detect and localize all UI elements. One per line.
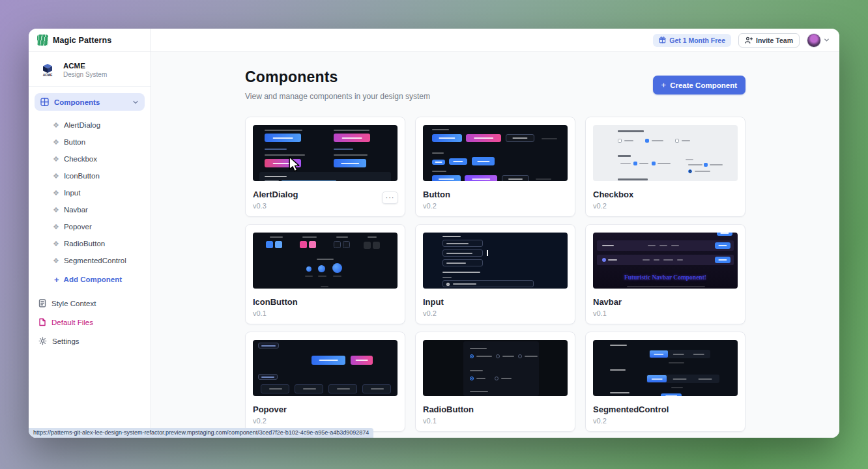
sidebar-item-input[interactable]: ❖Input	[29, 184, 151, 201]
sidebar-item-label: Settings	[52, 337, 80, 345]
top-bar: Magic Patterns Get 1 Month Free Invite T…	[29, 29, 839, 52]
alertdialog-thumbnail	[253, 125, 398, 181]
sidebar-item-label: Input	[64, 189, 81, 197]
create-component-label: Create Component	[670, 81, 737, 89]
card-name: SegmentedControl	[593, 405, 738, 414]
input-thumbnail	[423, 233, 568, 289]
sidebar-item-label: Popover	[64, 223, 92, 231]
component-icon: ❖	[53, 223, 59, 231]
card-version: v0.2	[423, 309, 568, 317]
card-navbar[interactable]: Futuristic Navbar Component! Navbar v0.1	[585, 224, 745, 324]
invite-team-label: Invite Team	[756, 36, 793, 44]
card-version: v0.1	[593, 309, 738, 317]
sidebar-item-label: Checkbox	[64, 155, 97, 163]
card-alertdialog[interactable]: AlertDialog v0.3 ···	[245, 117, 405, 217]
sidebar-item-label: AlertDialog	[64, 121, 100, 129]
card-name: Navbar	[593, 297, 738, 307]
sidebar-item-popover[interactable]: ❖Popover	[29, 218, 151, 235]
plus-icon: +	[661, 80, 667, 90]
sidebar-item-label: IconButton	[64, 172, 100, 180]
component-icon: ❖	[53, 156, 59, 163]
page-title: Components	[245, 68, 430, 86]
component-icon: ❖	[53, 206, 59, 214]
card-menu-button[interactable]: ···	[382, 192, 398, 204]
workspace-name: ACME	[63, 62, 107, 70]
gear-icon	[38, 337, 47, 345]
gift-icon	[659, 36, 666, 44]
card-popover[interactable]: Popover v0.2	[245, 332, 405, 432]
sidebar-section-components[interactable]: Components	[35, 93, 145, 111]
card-button[interactable]: Button v0.2	[415, 117, 575, 217]
sidebar-item-segmentedcontrol[interactable]: ❖SegmentedControl	[29, 252, 151, 269]
sidebar-item-label: RadioButton	[64, 240, 105, 248]
sidebar-item-label: Navbar	[64, 206, 88, 214]
card-version: v0.2	[593, 202, 738, 210]
iconbutton-thumbnail	[253, 233, 398, 289]
card-version: v0.1	[253, 309, 398, 317]
app-window: Magic Patterns Get 1 Month Free Invite T…	[29, 29, 839, 438]
component-nav-list: ❖AlertDialog ❖Button ❖Checkbox ❖IconButt…	[29, 117, 151, 289]
document-icon	[38, 299, 46, 307]
card-name: Button	[423, 190, 568, 199]
sidebar-item-default-files[interactable]: Default Files	[29, 313, 151, 332]
card-version: v0.2	[253, 417, 398, 425]
chevron-down-icon	[824, 37, 830, 43]
sidebar-item-navbar[interactable]: ❖Navbar	[29, 201, 151, 218]
card-radiobutton[interactable]: RadioButton v0.1	[415, 332, 575, 432]
get-month-free-button[interactable]: Get 1 Month Free	[653, 34, 731, 47]
chevron-down-icon[interactable]	[132, 99, 139, 106]
sidebar-footer: Style Context Default Files Settings	[29, 294, 151, 350]
account-menu[interactable]	[807, 33, 830, 48]
radiobutton-thumbnail	[423, 340, 568, 396]
checkbox-thumbnail	[593, 125, 738, 181]
card-version: v0.1	[423, 417, 568, 425]
card-checkbox[interactable]: Checkbox v0.2	[585, 117, 745, 217]
sidebar-item-style-context[interactable]: Style Context	[29, 294, 151, 313]
sidebar-item-iconbutton[interactable]: ❖IconButton	[29, 167, 151, 184]
person-plus-icon	[745, 36, 753, 44]
card-name: Input	[423, 297, 568, 307]
component-icon: ❖	[53, 240, 59, 248]
sidebar-divider	[29, 86, 151, 87]
add-component-button[interactable]: + Add Component	[29, 270, 151, 289]
navbar-thumbnail: Futuristic Navbar Component!	[593, 233, 738, 289]
card-name: Popover	[253, 405, 398, 414]
brand-area: Magic Patterns	[29, 29, 151, 51]
mouse-cursor	[287, 156, 302, 175]
invite-team-button[interactable]: Invite Team	[738, 33, 800, 48]
card-iconbutton[interactable]: IconButton v0.1	[245, 224, 405, 324]
sidebar-item-checkbox[interactable]: ❖Checkbox	[29, 150, 151, 167]
card-segmentedcontrol[interactable]: SegmentedControl v0.2	[585, 332, 745, 432]
sidebar-item-button[interactable]: ❖Button	[29, 134, 151, 150]
sidebar-item-label: SegmentedControl	[64, 257, 126, 264]
get-month-free-label: Get 1 Month Free	[669, 36, 725, 44]
sidebar-item-alertdialog[interactable]: ❖AlertDialog	[29, 117, 151, 134]
brand-name: Magic Patterns	[53, 36, 111, 45]
card-input[interactable]: Input v0.2	[415, 224, 575, 324]
page-subtitle: View and manage components in your desig…	[245, 92, 430, 101]
component-icon: ❖	[53, 173, 59, 180]
popover-thumbnail	[253, 340, 398, 396]
component-grid: AlertDialog v0.3 ···	[245, 117, 745, 432]
topbar-actions: Get 1 Month Free Invite Team	[151, 29, 839, 51]
components-section-label: Components	[54, 98, 127, 106]
sidebar-item-label: Default Files	[51, 319, 93, 326]
card-version: v0.2	[593, 417, 738, 425]
card-name: IconButton	[253, 297, 398, 307]
sidebar-item-settings[interactable]: Settings	[29, 332, 151, 350]
card-name: AlertDialog	[253, 190, 398, 199]
svg-text:ACME: ACME	[43, 73, 53, 77]
sidebar-item-radiobutton[interactable]: ❖RadioButton	[29, 235, 151, 252]
segmentedcontrol-thumbnail	[593, 340, 738, 396]
create-component-button[interactable]: + Create Component	[653, 76, 745, 94]
sidebar-item-label: Style Context	[51, 300, 96, 307]
card-name: Checkbox	[593, 190, 738, 199]
file-icon	[38, 318, 46, 326]
status-url-bar: https://patterns-git-alex-lee-design-sys…	[29, 428, 373, 438]
component-icon: ❖	[53, 257, 59, 264]
workspace-switcher[interactable]: ACME ACME Design System	[29, 59, 151, 86]
workspace-subtitle: Design System	[63, 71, 107, 78]
magic-patterns-logo-icon	[37, 35, 48, 46]
navbar-thumb-caption: Futuristic Navbar Component!	[593, 274, 738, 281]
component-icon: ❖	[53, 122, 59, 129]
